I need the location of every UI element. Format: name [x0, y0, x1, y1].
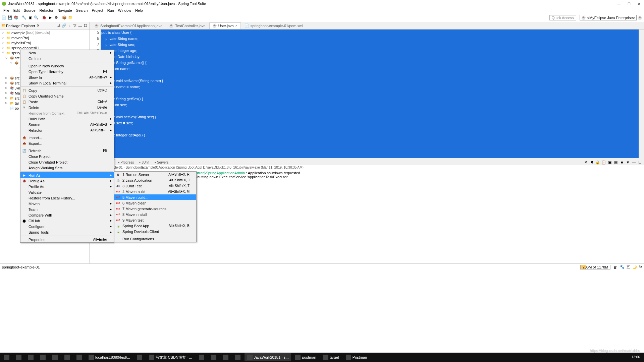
menu-item-import-[interactable]: 📥Import... — [20, 135, 114, 140]
taskbar-item[interactable] — [196, 353, 207, 361]
tree-item[interactable]: ▷📁mavenProj — [1, 35, 89, 40]
debug-icon[interactable]: 🐞 — [42, 15, 47, 20]
collapse-icon[interactable]: ⇄ — [56, 23, 61, 28]
min-icon[interactable]: — — [77, 23, 83, 28]
menu-item-debug-as[interactable]: 🐞Debug As▶ — [20, 178, 114, 184]
console-tool-icon[interactable]: 📋 — [601, 160, 606, 165]
tool-icon[interactable]: 🔍 — [34, 15, 39, 20]
close-icon[interactable]: ✕ — [235, 24, 238, 27]
quick-access-input[interactable]: Quick Access — [549, 15, 576, 20]
tool-icon[interactable]: 📁 — [68, 15, 73, 20]
menu-item-run-configurations-[interactable]: Run Configurations... — [114, 236, 196, 242]
taskbar-item[interactable] — [74, 353, 85, 361]
console-tool-icon[interactable]: ✕ — [583, 160, 588, 165]
menu-item-new[interactable]: New▶ — [20, 50, 114, 56]
menu-item-restore-from-local-history-[interactable]: Restore from Local History... — [20, 195, 114, 201]
menu-icon[interactable]: ▽ — [72, 23, 77, 28]
console-tool-icon[interactable]: ▼ — [625, 160, 631, 165]
new-icon[interactable]: 📄 — [1, 15, 7, 20]
taskbar-item[interactable]: 写文章-CSDN博客 - ... — [146, 353, 195, 361]
menu-item-spring-devtools-client[interactable]: 🍃Spring Devtools Client — [114, 229, 196, 234]
taskbar-item[interactable] — [13, 353, 24, 361]
menu-item-run-as[interactable]: ▶Run As▶ — [20, 172, 114, 178]
context-menu[interactable]: New▶Go IntoOpen in New WindowOpen Type H… — [20, 50, 114, 243]
taskbar-item[interactable] — [38, 353, 48, 361]
tool-icon[interactable]: ⚙ — [54, 15, 59, 20]
close-button[interactable]: ✕ — [634, 0, 644, 7]
taskbar-item[interactable] — [1, 353, 12, 361]
menu-item-source[interactable]: SourceAlt+Shift+S▶ — [20, 122, 114, 127]
menu-project[interactable]: Project — [90, 8, 105, 12]
menu-item-spring-boot-app[interactable]: 🍃Spring Boot AppAlt+Shift+X, B — [114, 223, 196, 229]
max-icon[interactable]: ☐ — [83, 23, 88, 28]
link-icon[interactable]: 🔗 — [61, 23, 67, 28]
menu-item-profile-as[interactable]: Profile As▶ — [20, 184, 114, 189]
menu-item-configure[interactable]: Configure▶ — [20, 224, 114, 229]
menu-item-paste[interactable]: 📋PasteCtrl+V — [20, 99, 114, 105]
menu-refactor[interactable]: Refactor — [38, 8, 56, 12]
menu-item-maven[interactable]: Maven▶ — [20, 201, 114, 206]
menu-item-build-path[interactable]: Build Path▶ — [20, 116, 114, 122]
menu-window[interactable]: Window — [116, 8, 133, 12]
tree-item[interactable]: ▷📁mybaitsProj — [1, 40, 89, 45]
menu-item-copy-qualified-name[interactable]: 📋Copy Qualified Name — [20, 93, 114, 99]
editor-tab[interactable]: ☕User.java✕ — [209, 22, 241, 29]
minimize-button[interactable]: — — [614, 0, 624, 7]
menu-item-8-maven-install[interactable]: m28 Maven install — [114, 212, 196, 217]
menu-item-4-maven-build[interactable]: m24 Maven buildAlt+Shift+X, M — [114, 189, 196, 194]
menu-item-close-project[interactable]: Close Project — [20, 154, 114, 159]
code-editor[interactable]: 567891011121314151617181920212223 public… — [90, 29, 644, 158]
menu-item-1-run-on-server[interactable]: 🖥1 Run on ServerAlt+Shift+X, R — [114, 172, 196, 177]
editor-tab[interactable]: ☕TestController.java — [166, 22, 209, 29]
taskbar-item[interactable]: postman — [292, 353, 319, 361]
scrollbar-vertical[interactable] — [639, 29, 644, 158]
taskbar-item[interactable]: Postman — [343, 353, 370, 361]
menu-item-compare-with[interactable]: Compare With▶ — [20, 212, 114, 218]
menu-item-go-into[interactable]: Go Into — [20, 56, 114, 61]
tool-icon[interactable]: 🔧 — [21, 15, 27, 20]
menu-item-close-unrelated-project[interactable]: Close Unrelated Project — [20, 159, 114, 165]
editor-tab[interactable]: 📄springboot-example-01/pom.xml — [241, 22, 306, 29]
close-icon[interactable]: ✕ — [37, 23, 40, 28]
console-tool-icon[interactable]: ▤ — [613, 160, 619, 165]
menu-navigate[interactable]: Navigate — [55, 8, 74, 12]
menu-item-remove-from-context[interactable]: Remove from ContextCtrl+Alt+Shift+Down — [20, 110, 114, 116]
menu-item-9-maven-test[interactable]: m29 Maven test — [114, 217, 196, 223]
menu-item-refresh[interactable]: 🔄RefreshF5 — [20, 148, 114, 154]
menu-item-export-[interactable]: 📤Export... — [20, 140, 114, 146]
menu-item-open-type-hierarchy[interactable]: Open Type HierarchyF4 — [20, 69, 114, 74]
menu-source[interactable]: Source — [22, 8, 38, 12]
maximize-button[interactable]: ☐ — [624, 0, 634, 7]
tree-item[interactable]: ▷📁example [boot] [devtools] — [1, 30, 89, 35]
menu-item-validate[interactable]: Validate — [20, 189, 114, 195]
tool-icon[interactable]: 📦 — [62, 15, 67, 20]
menu-item-team[interactable]: Team▶ — [20, 206, 114, 212]
console-tool-icon[interactable]: ▣ — [607, 160, 612, 165]
menu-item-open-in-new-window[interactable]: Open in New Window — [20, 63, 114, 69]
console-tool-icon[interactable]: ■ — [619, 160, 625, 165]
menu-help[interactable]: Help — [133, 8, 145, 12]
menu-item-copy[interactable]: 📋CopyCtrl+C — [20, 87, 114, 93]
menu-edit[interactable]: Edit — [11, 8, 22, 12]
menu-item-github[interactable]: ⬤GitHub▶ — [20, 218, 114, 224]
taskbar-item[interactable]: target — [320, 353, 342, 361]
menu-item-assign-working-sets-[interactable]: Assign Working Sets... — [20, 165, 114, 171]
console-tool-icon[interactable]: — — [631, 160, 637, 165]
menu-search[interactable]: Search — [74, 8, 90, 12]
menu-item-show-in[interactable]: Show InAlt+Shift+W▶ — [20, 74, 114, 80]
taskbar-item[interactable] — [62, 353, 72, 361]
menu-run[interactable]: Run — [105, 8, 116, 12]
gc-icon[interactable]: 🗑 — [612, 264, 618, 270]
editor-tab[interactable]: ☕SpringbootExample01Application.java — [91, 22, 165, 29]
taskbar-item[interactable] — [25, 353, 36, 361]
heap-status[interactable]: 206M of 1178M — [580, 265, 610, 269]
tool-icon[interactable]: ▣ — [28, 15, 33, 20]
menu-item-5-maven-build-[interactable]: m25 Maven build... — [114, 194, 196, 200]
perspective-button[interactable]: ☕ <MyEclipse Java Enterprise> — [580, 15, 637, 20]
taskbar-item[interactable]: localhost:8080/test/... — [86, 353, 133, 361]
menu-item-properties[interactable]: PropertiesAlt+Enter — [20, 237, 114, 242]
taskbar-item[interactable] — [232, 353, 243, 361]
menu-item-2-java-application[interactable]: ☕2 Java ApplicationAlt+Shift+X, J — [114, 177, 196, 183]
menu-file[interactable]: File — [1, 8, 11, 12]
perspective-icon[interactable]: ☕ — [637, 15, 643, 20]
